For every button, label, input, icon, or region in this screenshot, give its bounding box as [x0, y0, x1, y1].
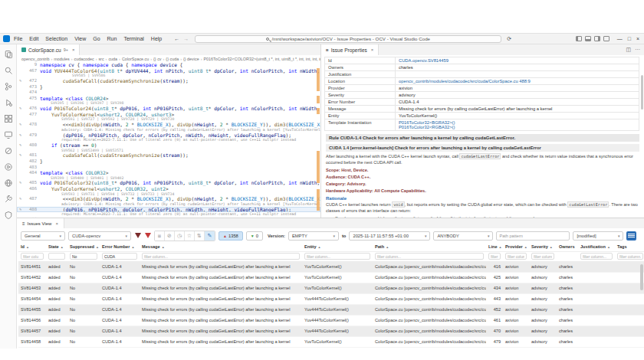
removed-issues-chip[interactable]: ▼0 [246, 231, 263, 241]
panel-scrollbar[interactable] [641, 75, 643, 110]
table-scrollbar[interactable] [640, 264, 643, 290]
star-icon[interactable]: ☆ [185, 231, 195, 241]
issue-marker-icon[interactable]: ✎ [19, 152, 25, 159]
column-header-state[interactable]: State▲ [46, 243, 67, 251]
breadcrumb-item[interactable]: modules [54, 57, 69, 61]
table-settings-icon[interactable] [626, 231, 636, 241]
maximize-button[interactable]: □ [628, 36, 631, 41]
edit-icon[interactable]: ✎ [205, 231, 215, 241]
menu-run[interactable]: Run [107, 36, 117, 41]
refresh-icon[interactable]: ⟳ [507, 36, 511, 42]
run-view-icon[interactable] [3, 162, 13, 172]
issue-row[interactable]: SV814453addedNoCUDA-1.4Missing check for… [18, 283, 644, 293]
column-header-error-number[interactable]: Error Number▲ [100, 243, 140, 251]
column-header-id[interactable]: Id▲ [18, 243, 46, 251]
filter-preset-dropdown[interactable]: General▾ [21, 231, 65, 241]
minimize-button[interactable]: — [617, 36, 623, 41]
breadcrumb-item[interactable]: src [98, 57, 104, 61]
issue-marker-icon[interactable]: ✎ [19, 142, 25, 149]
customize-layout-icon[interactable] [603, 36, 610, 41]
column-header-entity[interactable]: Entity▲ [302, 243, 373, 251]
toggle-secondary-sidebar-icon[interactable] [594, 36, 600, 41]
tab-close-icon[interactable]: × [55, 221, 58, 226]
column-header-path[interactable]: Path▲ [373, 243, 486, 251]
test-explorer-icon[interactable] [3, 146, 13, 155]
split-editor-icon[interactable]: ◫ [626, 47, 631, 53]
property-link[interactable]: CUDA.opencv.SV814459 [399, 58, 636, 63]
column-header-line[interactable]: Line▲ [486, 243, 503, 251]
issue-row[interactable]: SV814451addedNoCUDA-1.4Missing check for… [18, 261, 644, 272]
back-icon[interactable]: ← [174, 36, 179, 41]
user-filter-icon[interactable] [134, 232, 141, 239]
column-header-severity[interactable]: Severity▲ [529, 243, 557, 251]
issue-row[interactable]: SV814452addedNoCUDA-1.4Missing check for… [18, 272, 644, 283]
menu-edit[interactable]: Edit [29, 36, 38, 41]
toggle-panel-icon[interactable] [585, 36, 591, 41]
issue-row[interactable]: SV814457addedNoCUDA-1.4Missing check for… [18, 326, 644, 336]
search-view-icon[interactable] [3, 65, 13, 75]
issue-row[interactable]: SV814458addedNoCUDA-1.4Missing check for… [18, 336, 644, 347]
issue-marker-icon[interactable]: ✎ [19, 207, 25, 213]
issue-marker-icon[interactable]: ✎ [19, 180, 25, 186]
history-icon[interactable]: ◷ [175, 231, 185, 241]
property-link[interactable]: opencv_contrib/modules/cudacodec/src/cud… [399, 79, 636, 83]
owner-dropdown[interactable]: ANYBODY▾ [433, 231, 493, 241]
filter-input-message[interactable] [142, 253, 300, 260]
column-header-message[interactable]: Message▲ [140, 243, 302, 251]
issue-marker-icon[interactable]: ✎ [19, 217, 25, 218]
overview-ruler[interactable] [317, 62, 320, 218]
issue-marker-icon[interactable]: ✎ [19, 196, 25, 202]
explorer-icon[interactable] [3, 49, 13, 59]
project-dropdown[interactable]: CUDA-opencv▾ [68, 231, 131, 241]
column-header-suppressed[interactable]: Suppressed▲ [67, 243, 100, 251]
filter-input-error-number[interactable] [102, 253, 137, 260]
tools-icon[interactable] [3, 194, 13, 204]
property-link[interactable]: P016ToColor32<RGBA32>() [399, 125, 636, 129]
breadcrumb-item[interactable]: {} device [183, 57, 199, 61]
filter-input-provider[interactable] [505, 253, 527, 260]
issue-row[interactable]: SV814455addedNoCUDA-1.4Missing check for… [18, 304, 644, 315]
tab-colorspace-cu[interactable]: ColorSpace.cu 9+ × [17, 44, 80, 55]
state-filter-dropdown[interactable]: [modified]▾ [573, 231, 623, 241]
issue-marker-icon[interactable]: ✎ [19, 78, 25, 84]
path-pattern-input[interactable] [496, 231, 570, 241]
breadcrumb-item[interactable]: P016ToColor32<COLOR32>(uint8_t *, int, u… [203, 57, 320, 61]
filter-input-severity[interactable] [531, 253, 554, 260]
tab-issue-properties[interactable]: ≡ Issue Properties × [321, 44, 379, 55]
filter-input-tags[interactable] [617, 253, 643, 260]
menu-help[interactable]: Help [151, 36, 162, 41]
breadcrumb-item[interactable]: {} cv [153, 57, 162, 61]
menu-file[interactable]: File [14, 36, 22, 41]
menu-terminal[interactable]: Terminal [123, 36, 143, 41]
added-issues-chip[interactable]: ▲1358 [219, 231, 243, 241]
column-header-justification[interactable]: Justification▲ [578, 243, 615, 251]
more-actions-icon[interactable]: ⋯ [635, 47, 640, 53]
suppress-icon[interactable]: ⊘ [165, 231, 175, 241]
issue-row[interactable]: SV814456addedNoCUDA-1.4Missing check for… [18, 315, 644, 326]
filter-input-entity[interactable] [304, 253, 370, 260]
suppressed-filter-icon[interactable] [144, 232, 151, 239]
filter-input-id[interactable] [21, 253, 44, 260]
sort-icon[interactable]: ⇅ [195, 231, 205, 241]
extensions-icon[interactable] [3, 113, 13, 123]
filter-input-path[interactable] [375, 253, 484, 260]
breadcrumb-item[interactable]: ColorSpace.cu [122, 57, 149, 61]
menu-view[interactable]: View [74, 36, 86, 41]
issue-row[interactable]: SV814454addedNoCUDA-1.4Missing check for… [18, 293, 644, 304]
column-header-tags[interactable]: Tags [615, 243, 644, 251]
breadcrumb-item[interactable]: cudacodec [74, 57, 94, 61]
filter-input-state[interactable] [48, 253, 65, 260]
column-header-owners[interactable]: Owners [557, 243, 578, 251]
forward-icon[interactable]: → [183, 36, 189, 41]
filter-input-suppressed[interactable] [70, 253, 97, 260]
column-header-provider[interactable]: Provider▲ [503, 243, 529, 251]
tab-close-icon[interactable]: × [72, 47, 75, 52]
link-issue-icon[interactable]: ⧈ [155, 231, 165, 241]
issue-marker-icon[interactable]: ✎ [19, 122, 25, 128]
issue-marker-icon[interactable]: ✎ [19, 106, 25, 112]
menu-go[interactable]: Go [93, 36, 100, 41]
run-debug-icon[interactable] [3, 97, 13, 107]
menu-selection[interactable]: Selection [45, 36, 67, 41]
filter-input-line[interactable] [488, 253, 501, 260]
axivion-icon[interactable] [3, 210, 13, 220]
